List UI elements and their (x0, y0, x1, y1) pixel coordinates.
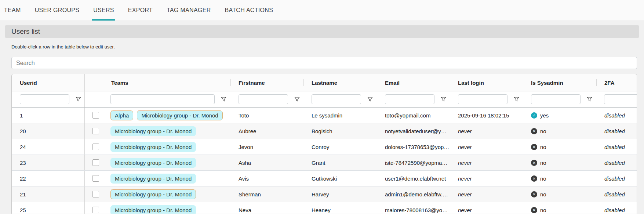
filter-icon[interactable] (441, 97, 446, 102)
column-header-lastname[interactable]: Lastname (303, 74, 377, 91)
tab-user-groups[interactable]: USER GROUPS (35, 0, 80, 21)
team-badge-text: Microbiology group - Dr. Monod (115, 175, 192, 182)
sysadmin-text: no (540, 128, 546, 134)
last-login-cell: never (450, 175, 523, 182)
column-header-firstname[interactable]: Firstname (230, 74, 303, 91)
team-badge: Microbiology group - Dr. Monod (110, 158, 196, 168)
team-badge-text: Microbiology group - Dr. Monod (141, 112, 218, 119)
teams-badges: Microbiology group - Dr. Monod (110, 126, 230, 136)
search-input[interactable] (11, 57, 637, 69)
last-login-cell: never (450, 160, 523, 166)
tfa-cell: disabled (596, 191, 637, 197)
lastname-filter-input[interactable] (312, 94, 361, 104)
table-row[interactable]: 21 AdminMicrobiology group - Dr. Monod S… (12, 186, 637, 202)
teams-filter-input[interactable] (110, 94, 215, 104)
sysadmin-cell: ✓ yes (523, 112, 596, 119)
is-sysadmin-filter-input[interactable] (531, 94, 581, 104)
filter-icon[interactable] (514, 97, 519, 102)
firstname-filter-input[interactable] (239, 94, 288, 104)
column-header-is-sysadmin[interactable]: Is Sysadmin (523, 74, 596, 91)
table-row[interactable]: 22 Microbiology group - Dr. Monod Avis G… (12, 171, 637, 186)
filter-icon[interactable] (294, 97, 300, 102)
team-badge: AdminAlpha (110, 110, 133, 120)
tab-team[interactable]: TEAM (4, 0, 21, 21)
admin-tab-bar: TEAM USER GROUPS USERS EXPORT TAG MANAGE… (0, 0, 644, 21)
tfa-cell: disabled (596, 175, 637, 182)
row-checkbox[interactable] (92, 144, 99, 150)
email-cell: user1@demo.elabftw.net (377, 175, 450, 182)
userid-cell: 1 (12, 108, 85, 123)
column-header-last-login[interactable]: Last login (450, 74, 523, 91)
sysadmin-cell: ✕ no (523, 144, 596, 150)
team-badge-text: Microbiology group - Dr. Monod (115, 160, 192, 166)
firstname-cell: Avis (230, 175, 303, 182)
teams-badges: AdminAlphaAdminMicrobiology group - Dr. … (110, 110, 230, 120)
filter-icon[interactable] (76, 97, 81, 102)
last-login-cell: never (450, 144, 523, 150)
userid-cell: 22 (12, 171, 85, 186)
last-login-cell: never (450, 207, 523, 213)
table-row[interactable]: 20 Microbiology group - Dr. Monod Aubree… (12, 123, 637, 139)
row-checkbox[interactable] (92, 128, 99, 134)
team-admin-label: Admin (112, 189, 123, 191)
edit-instruction-text: Double-click a row in the table below to… (11, 44, 633, 50)
team-admin-label: Admin (112, 110, 123, 112)
userid-cell: 24 (12, 139, 85, 155)
column-header-email[interactable]: Email (377, 74, 450, 91)
email-filter-input[interactable] (385, 94, 434, 104)
teams-badges: Microbiology group - Dr. Monod (110, 174, 230, 184)
email-cell: notyetvalidateduser@y… (377, 128, 450, 134)
sysadmin-text: no (540, 207, 546, 213)
last-login-cell: never (450, 128, 523, 134)
firstname-cell: Toto (230, 112, 303, 119)
email-cell: iste-78472590@yopma… (377, 160, 450, 166)
team-badge: AdminMicrobiology group - Dr. Monod (110, 189, 196, 199)
sysadmin-icon: ✕ (531, 160, 537, 166)
sysadmin-cell: ✕ no (523, 191, 596, 197)
tfa-cell: disabled (596, 144, 637, 150)
team-badge: Microbiology group - Dr. Monod (110, 142, 196, 152)
table-row[interactable]: 24 Microbiology group - Dr. Monod Jevon … (12, 139, 637, 155)
row-checkbox[interactable] (92, 175, 99, 182)
column-header-2fa[interactable]: 2FA (596, 74, 637, 91)
sysadmin-cell: ✕ no (523, 128, 596, 134)
2fa-filter-input[interactable] (604, 94, 637, 104)
firstname-cell: Asha (230, 160, 303, 166)
team-badge-text: Microbiology group - Dr. Monod (115, 144, 192, 150)
row-checkbox[interactable] (92, 159, 99, 166)
lastname-cell: Conroy (303, 144, 377, 150)
column-header-teams[interactable]: Teams (85, 74, 230, 91)
table-row[interactable]: 1 AdminAlphaAdminMicrobiology group - Dr… (12, 108, 637, 123)
teams-badges: Microbiology group - Dr. Monod (110, 142, 230, 152)
table-row[interactable]: 23 Microbiology group - Dr. Monod Asha G… (12, 155, 637, 171)
row-checkbox[interactable] (92, 191, 99, 197)
filter-icon[interactable] (587, 97, 592, 102)
filter-icon[interactable] (367, 97, 373, 102)
tab-batch-actions[interactable]: BATCH ACTIONS (225, 0, 273, 21)
table-row[interactable]: 25 Microbiology group - Dr. Monod Neva H… (12, 202, 637, 214)
sysadmin-cell: ✕ no (523, 175, 596, 182)
userid-cell: 23 (12, 155, 85, 170)
tab-users[interactable]: USERS (93, 0, 114, 21)
row-checkbox[interactable] (92, 207, 99, 213)
userid-filter-input[interactable] (20, 94, 69, 104)
tab-tag-manager[interactable]: TAG MANAGER (167, 0, 211, 21)
table-body: 1 AdminAlphaAdminMicrobiology group - Dr… (12, 108, 637, 214)
team-badge-text: Alpha (115, 112, 129, 119)
tab-export[interactable]: EXPORT (128, 0, 153, 21)
sysadmin-text: no (540, 144, 546, 150)
last-login-filter-input[interactable] (458, 94, 507, 104)
sysadmin-cell: ✕ no (523, 160, 596, 166)
table-filter-row (12, 91, 637, 108)
lastname-cell: Grant (303, 160, 377, 166)
row-checkbox[interactable] (92, 112, 99, 119)
column-header-userid[interactable]: Userid (12, 74, 85, 91)
lastname-cell: Bogisich (303, 128, 377, 134)
tfa-cell: disabled (596, 112, 637, 119)
teams-badges: AdminMicrobiology group - Dr. Monod (110, 189, 230, 199)
email-cell: toto@yopmail.com (377, 112, 450, 119)
sysadmin-text: no (540, 175, 546, 182)
userid-cell: 21 (12, 186, 85, 202)
filter-icon[interactable] (221, 97, 226, 102)
lastname-cell: Le sysadmin (303, 112, 377, 119)
